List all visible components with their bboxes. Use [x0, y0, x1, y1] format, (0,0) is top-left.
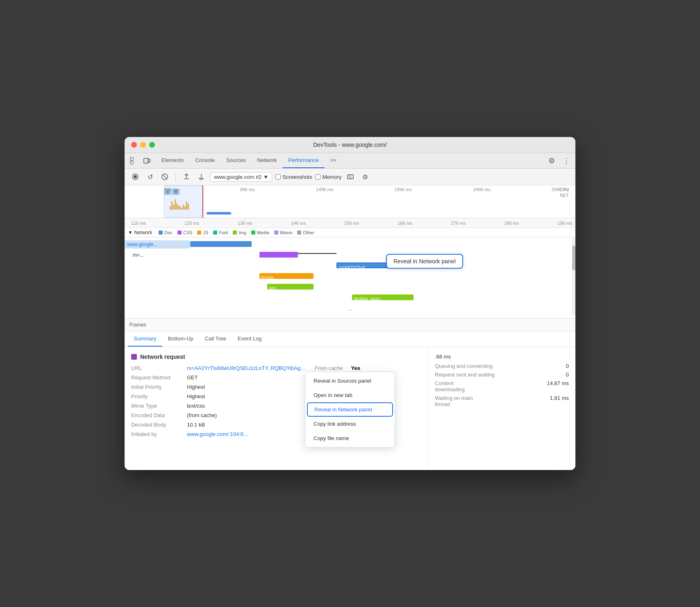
wf-bar-4: pari...: [267, 284, 314, 290]
svg-rect-8: [348, 175, 353, 179]
legend-js-dot: [197, 230, 201, 235]
wf-row-4[interactable]: pari...: [125, 282, 575, 292]
legend-js: JS: [197, 230, 208, 235]
wf-label-0: www.google...: [125, 240, 190, 249]
memory-checkbox[interactable]: Memory: [315, 174, 341, 180]
timeline-overview: CPU NET ⏸ ⏸: [125, 185, 575, 218]
ruler-mark-0: 496 ms: [164, 187, 179, 192]
ruler2-3: 146 ms: [291, 221, 306, 226]
wf-row-2[interactable]: rs=AA2YrTtu6...: [125, 260, 575, 271]
tab-call-tree[interactable]: Call Tree: [199, 331, 232, 347]
ruler-mark-2: 1496 ms: [316, 187, 333, 192]
legend-wasm: Wasm: [274, 230, 293, 235]
ruler2-1: 126 ms: [184, 221, 199, 226]
svg-rect-2: [144, 158, 148, 163]
detail-key-priority: Priority: [131, 393, 180, 399]
detail-key-url: URL: [131, 365, 180, 371]
context-menu: Reveal in Sources panel Open in new tab …: [305, 372, 395, 447]
upload-icon[interactable]: [181, 171, 192, 183]
wf-bar-5: desktop_searc...: [352, 294, 414, 300]
ctx-reveal-sources[interactable]: Reveal in Sources panel: [305, 374, 395, 388]
ctx-copy-link[interactable]: Copy link address: [305, 417, 395, 431]
minimize-button[interactable]: [140, 142, 146, 148]
summary-tabs: Summary Bottom-Up Call Tree Event Log: [125, 331, 575, 347]
detail-key-initiated: Initiated by: [131, 431, 180, 437]
tabs-right-icons: ⚙ ⋮: [546, 155, 572, 167]
waterfall-scrollbar[interactable]: [572, 237, 575, 315]
tab-console[interactable]: Console: [189, 153, 220, 168]
detail-value-url[interactable]: rs=AA2YrTtu68wU8rQSEu1zLoTY..RQBQYibAg..…: [187, 365, 305, 371]
wf-bar-area-2: rs=AA2YrTtu6...: [190, 260, 575, 271]
wf-row-5[interactable]: desktop_searc...: [125, 292, 575, 303]
ctx-open-new-tab[interactable]: Open in new tab: [305, 388, 395, 402]
toolbar-sep-1: [175, 173, 176, 181]
dropdown-icon: ▼: [263, 174, 268, 180]
wf-row-0[interactable]: www.google...: [125, 239, 575, 250]
tab-bottom-up[interactable]: Bottom-Up: [162, 331, 199, 347]
tab-event-log[interactable]: Event Log: [232, 331, 268, 347]
more-vert-icon[interactable]: ⋮: [561, 155, 572, 167]
ctx-reveal-network[interactable]: Reveal in Network panel: [307, 402, 393, 417]
legend-other-label: Other: [303, 230, 314, 235]
url-selector[interactable]: www.google.com #2 ▼: [210, 172, 272, 182]
legend-css-dot: [177, 230, 182, 235]
tab-sources[interactable]: Sources: [220, 153, 252, 168]
perf-settings-icon[interactable]: ⚙: [359, 171, 371, 183]
wf-row-3[interactable]: m=cdo...: [125, 271, 575, 282]
tab-performance[interactable]: Performance: [282, 153, 324, 168]
svg-rect-3: [148, 159, 150, 162]
tab-elements[interactable]: Elements: [156, 153, 189, 168]
legend-css-label: CSS: [183, 230, 193, 235]
detail-key-initial-priority: Initial Priority: [131, 384, 180, 390]
timing-key-content: Contentdownloading: [435, 380, 465, 392]
traffic-lights: [131, 142, 155, 148]
detail-value-priority: Highest: [187, 393, 205, 399]
ruler2-4: 156 ms: [344, 221, 359, 226]
inspector-icon[interactable]: [128, 155, 139, 167]
details-area: Network request URL rs=AA2YrTtu68wU8rQSE…: [125, 347, 575, 470]
ruler-top: 496 ms 996 ms 1496 ms 1996 ms 2496 ms 29…: [164, 187, 569, 192]
legend-wasm-label: Wasm: [280, 230, 293, 235]
tooltip-text-top: Reveal in Network panel: [393, 258, 456, 265]
timing-val-content: 14.87 ms: [547, 380, 569, 392]
detail-value-mime: text/css: [187, 403, 205, 409]
maximize-button[interactable]: [149, 142, 155, 148]
screenshots-check[interactable]: [275, 174, 281, 180]
timing-row-content: Contentdownloading 14.87 ms: [435, 380, 569, 392]
detail-value-initiated[interactable]: www.google.com/:104:6...: [187, 431, 248, 437]
download-icon[interactable]: [195, 171, 207, 183]
close-button[interactable]: [131, 142, 137, 148]
ruler-mark-3: 1996 ms: [395, 187, 412, 192]
waterfall-header: ▼ Network Doc CSS JS Font: [125, 228, 575, 237]
waterfall-rows: www.google... m=...: [125, 237, 575, 315]
legend-other-dot: [297, 230, 301, 235]
settings-icon[interactable]: ⚙: [546, 155, 557, 167]
tab-network[interactable]: Network: [252, 153, 283, 168]
wf-bar-area-3: m=cdo...: [190, 271, 575, 282]
tab-more[interactable]: >>: [325, 153, 342, 168]
arrow-line-1: [298, 253, 336, 254]
record-icon[interactable]: [130, 171, 141, 183]
ctx-copy-filename[interactable]: Copy file name: [305, 431, 395, 445]
wf-bar-3: m=cdo...: [259, 273, 314, 279]
svg-line-7: [163, 175, 166, 178]
timing-key-request: Request sent and waiting: [435, 372, 495, 378]
legend-media-label: Media: [257, 230, 269, 235]
details-left: Network request URL rs=AA2YrTtu68wU8rQSE…: [125, 347, 428, 470]
wf-row-1[interactable]: m=...: [125, 250, 575, 260]
refresh-icon[interactable]: ↺: [144, 171, 156, 183]
ruler-mark-1: 996 ms: [240, 187, 255, 192]
legend-media-dot: [251, 230, 255, 235]
legend-doc: Doc: [159, 230, 173, 235]
tab-summary[interactable]: Summary: [128, 331, 162, 347]
device-icon[interactable]: [141, 155, 152, 167]
screenshots-checkbox[interactable]: Screenshots: [275, 174, 312, 180]
memory-check[interactable]: [315, 174, 320, 180]
scrollbar-thumb[interactable]: [572, 246, 575, 270]
network-section-label: ▼ Network: [128, 230, 152, 235]
detail-key-decoded: Decoded Body: [131, 422, 180, 428]
memory-icon[interactable]: [345, 171, 356, 183]
stop-icon[interactable]: [159, 171, 170, 183]
svg-point-5: [134, 175, 137, 178]
timing-row-queuing: Queuing and connecting 0: [435, 363, 569, 369]
